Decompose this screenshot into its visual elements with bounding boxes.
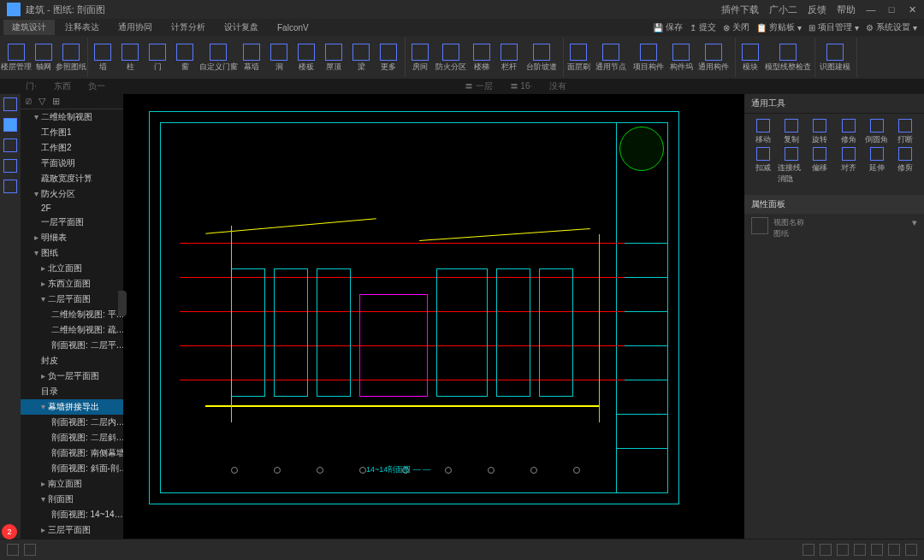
tree-item[interactable]: 设计说明 (21, 538, 123, 539)
model-check-button[interactable]: 模型线整检查 (765, 38, 811, 77)
ramp-button[interactable]: 台阶坡道 (524, 38, 560, 77)
tree-item[interactable]: ▸北立面图 (21, 261, 123, 276)
tree-item[interactable]: 剖面视图: 南侧幕墙 (21, 445, 123, 461)
cloud-icon[interactable] (7, 544, 19, 556)
opening-button[interactable]: 洞 (266, 38, 292, 77)
save-button[interactable]: 💾 保存 (653, 21, 683, 33)
property-row[interactable]: 视图名称 图纸 ▾ (744, 214, 924, 243)
viewtab-3[interactable]: 负一 (88, 80, 105, 92)
coord-icon[interactable] (905, 544, 917, 556)
beam-button[interactable]: 梁 (348, 38, 374, 77)
img-to-model-button[interactable]: 识图建模 (817, 38, 853, 77)
copy-tool[interactable]: 复制 (778, 119, 804, 145)
tree-item[interactable]: ▸东西立面图 (21, 276, 123, 292)
tree-item[interactable]: 剖面视图: 二层内… (21, 415, 123, 430)
tree-item[interactable]: 剖面视图: 斜面-剖… (21, 461, 123, 476)
close-button[interactable]: ✕ (907, 4, 917, 15)
trim-tool[interactable]: 修剪 (892, 147, 919, 185)
tab-review[interactable]: 设计复盘 (216, 20, 267, 35)
panel-handle-left[interactable] (118, 291, 127, 316)
tab-building-design[interactable]: 建筑设计 (3, 20, 55, 35)
layer-icon[interactable] (837, 544, 849, 556)
firezone-button[interactable]: 防火分区 (435, 38, 467, 77)
rail-view-icon[interactable] (3, 118, 17, 132)
fillet-tool[interactable]: 倒圆角 (863, 119, 890, 145)
tree-search-icon[interactable]: ▽ (38, 96, 45, 107)
system-settings-button[interactable]: ⚙ 系统设置 ▾ (866, 21, 917, 33)
maximize-button[interactable]: □ (886, 4, 897, 15)
generic-node-button[interactable]: 通用节点 (593, 38, 629, 77)
generic-part-button[interactable]: 通用构件 (696, 38, 732, 77)
tree-item[interactable]: 封皮 (21, 353, 123, 368)
wall-button[interactable]: 墙 (90, 38, 116, 77)
feedback-link[interactable]: 反馈 (808, 3, 826, 16)
offset-tool[interactable]: 偏移 (807, 147, 833, 185)
tree-group-firezone[interactable]: ▾防火分区 (21, 186, 123, 202)
viewtab-5[interactable]: 〓 16· (510, 80, 533, 92)
tree-item[interactable]: ▸南立面图 (21, 476, 123, 492)
slab-button[interactable]: 楼板 (293, 38, 319, 77)
grid-snap-icon[interactable] (854, 544, 866, 556)
tree-item-selected[interactable]: ▾幕墙拼接导出 (21, 399, 123, 415)
tree-item[interactable]: 剖面视图: 二层平… (21, 338, 123, 353)
tree-item[interactable]: 二维绘制视图: 平… (21, 307, 123, 322)
snap-icon[interactable] (803, 544, 814, 556)
more-button[interactable]: 更多 (376, 38, 401, 77)
joinhide-tool[interactable]: 连接线消隐 (778, 147, 804, 185)
viewtab-1[interactable]: 门· (26, 80, 37, 92)
tab-falconv[interactable]: FalconV (269, 21, 317, 34)
tree-group-sheets[interactable]: ▾图纸 (21, 245, 123, 261)
rail-link-icon[interactable] (3, 159, 17, 173)
extend-tool[interactable]: 延伸 (863, 147, 890, 185)
tab-collab[interactable]: 通用协同 (110, 20, 161, 35)
close-doc-button[interactable]: ⊗ 关闭 (723, 21, 749, 33)
tree-item[interactable]: 一层平面图 (21, 215, 123, 230)
tree-filter-icon[interactable]: ⎚ (26, 96, 32, 107)
grid-button[interactable]: 轴网 (31, 38, 56, 77)
align-tool[interactable]: 对齐 (835, 147, 862, 185)
rail-sheet-icon[interactable] (3, 139, 17, 152)
finish-brush-button[interactable]: 面层刷 (566, 38, 591, 77)
view-icon[interactable] (871, 544, 883, 556)
project-mgmt-button[interactable]: ⊞ 项目管理 ▾ (808, 21, 859, 33)
drawing-canvas[interactable]: 14~14剖面图 — — (123, 94, 744, 539)
part-dock-button[interactable]: 构件坞 (668, 38, 694, 77)
module-button[interactable]: 模块 (737, 38, 763, 77)
plugin-download-link[interactable]: 插件下载 (721, 3, 759, 16)
dl-icon[interactable] (24, 544, 36, 556)
door-button[interactable]: 门 (145, 38, 170, 77)
rail-cube-icon[interactable] (3, 97, 17, 111)
clipboard-button[interactable]: 📋 剪贴板 ▾ (756, 21, 802, 33)
viewtab-6[interactable]: 没有 (549, 80, 566, 92)
notification-badge[interactable]: 2 (2, 524, 17, 539)
floor-mgr-button[interactable]: 楼层管理 (3, 38, 29, 77)
tree-item[interactable]: ▸负一层平面图 (21, 368, 123, 384)
tab-annotation[interactable]: 注释表达 (56, 20, 108, 35)
tree-group-schedule[interactable]: ▸明细表 (21, 230, 123, 245)
roof-button[interactable]: 屋顶 (321, 38, 346, 77)
submit-button[interactable]: ↥ 提交 (690, 21, 716, 33)
minimize-button[interactable]: — (866, 4, 876, 15)
rail-layer-icon[interactable] (3, 180, 17, 193)
tree-item[interactable]: 剖面视图: 二层斜… (21, 430, 123, 445)
rotate-tool[interactable]: 旋转 (807, 119, 833, 145)
custom-opening-button[interactable]: 自定义门窗 (199, 38, 237, 77)
break-tool[interactable]: 打断 (892, 119, 919, 145)
column-button[interactable]: 柱 (117, 38, 143, 77)
tree-item[interactable]: ▾二层平面图 (21, 292, 123, 307)
chamfer-tool[interactable]: 修角 (835, 119, 862, 145)
tree-item[interactable]: 工作图2 (21, 140, 123, 156)
tree-item[interactable]: 平面说明 (21, 156, 123, 171)
subtract-tool[interactable]: 扣减 (749, 147, 776, 185)
tree-item[interactable]: ▾剖面图 (21, 492, 123, 507)
tree-item[interactable]: 剖面视图: 14~14… (21, 507, 123, 522)
project-part-button[interactable]: 项目构件 (631, 38, 666, 77)
tree-item[interactable]: 2F (21, 202, 123, 215)
viewtab-4[interactable]: 〓 一层 (465, 80, 493, 92)
stair-button[interactable]: 楼梯 (469, 38, 495, 77)
move-tool[interactable]: 移动 (749, 119, 776, 145)
ortho-icon[interactable] (820, 544, 832, 556)
viewtab-2[interactable]: 东西 (54, 80, 71, 92)
zoom-icon[interactable] (888, 544, 900, 556)
tree-group-2dviews[interactable]: ▾二维绘制视图 (21, 109, 123, 125)
